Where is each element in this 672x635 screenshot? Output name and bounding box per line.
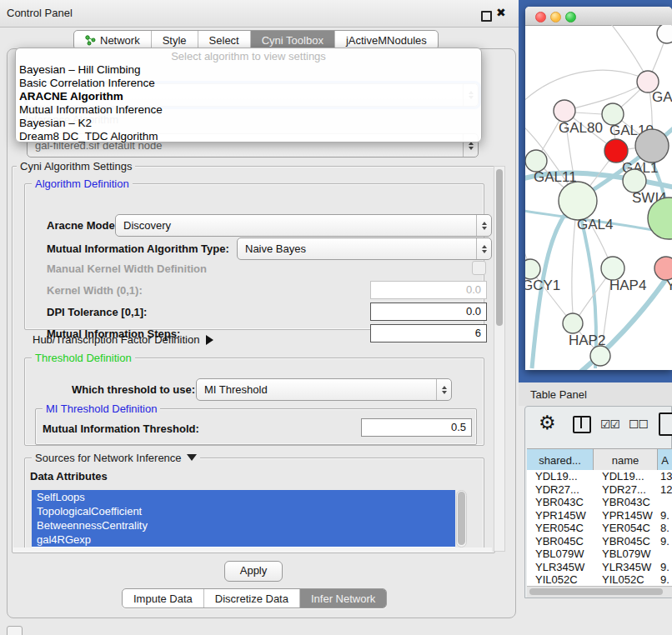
apply-button[interactable]: Apply [224,561,283,582]
algorithm-option[interactable]: Dream8 DC_TDC Algorithm [16,130,481,143]
table-row[interactable]: YBR045CYBR045C9. [527,535,672,548]
node-label: GCY1 [525,278,560,293]
tab-label: Discretize Data [215,592,288,605]
mi-algorithm-type-value: Naive Bayes [238,242,476,255]
zoom-traffic-light-icon[interactable] [565,12,576,22]
screen: { "colors": { "desktop_blue": "#3c64a9",… [0,0,672,635]
tab-label: Impute Data [133,592,193,605]
settings-scrollbar[interactable] [494,166,505,552]
deselect-all-columns-icon[interactable]: ☐☐ [629,418,648,431]
table-row[interactable]: YLR345WYLR345W9. [527,561,672,574]
aracne-mode-combobox[interactable]: Discovery [115,214,492,237]
network-node[interactable] [657,25,672,43]
data-attribute-item[interactable]: gal4RGexp [32,532,455,547]
mi-threshold-field[interactable]: 0.5 [361,418,472,437]
data-attribute-item[interactable]: SelfLoops [32,490,455,504]
network-node-gal80[interactable] [554,100,575,122]
table-settings-gear-icon[interactable]: ⚙ [539,412,556,434]
data-attributes-list: SelfLoopsTopologicalCoefficientBetweenne… [32,490,455,548]
table-cell: YBR045C [527,535,594,548]
table-row[interactable]: YBR043CYBR043C [527,496,672,509]
data-attributes-scrollbar[interactable] [456,490,467,548]
minimize-traffic-light-icon[interactable] [550,12,561,22]
algorithm-option[interactable]: Bayesian – Hill Climbing [16,63,481,77]
tab-cyni-toolbox[interactable]: Cyni Toolbox [251,31,335,49]
table-cell: YBR043C [594,496,658,508]
dpi-tolerance-field[interactable]: 0.0 [370,302,487,321]
table-cell: YLR345W [594,561,658,573]
algorithm-option[interactable]: Mutual Information Inference [16,103,481,117]
table-cell: YER054C [594,522,658,534]
table-row[interactable]: YIL052CYIL052C9. [527,573,672,586]
cyni-algorithm-settings-group: Cyni Algorithm Settings Algorithm Defini… [12,166,495,553]
manual-kernel-width-checkbox[interactable] [472,261,486,275]
network-node[interactable] [590,346,610,366]
table-cell: YBR045C [594,535,658,548]
network-node-gcy1[interactable] [525,259,540,279]
network-node[interactable] [635,129,669,162]
table-row[interactable]: YDL19...YDL19...13 [527,470,672,483]
algorithm-option[interactable]: ARACNE Algorithm [16,90,481,103]
network-canvas[interactable]: GALGAL80GAL10GAL1GAL11SWI4GAL4GCY1HAP4YH… [525,25,672,370]
settings-group-title: Cyni Algorithm Settings [17,160,135,172]
tab-impute-data[interactable]: Impute Data [123,589,204,608]
aracne-mode-label: Aracne Mode: [47,219,118,232]
table-cell: 9. [658,561,672,573]
tab-label: Network [100,34,140,47]
network-node-gal4[interactable] [559,182,597,220]
table-row[interactable]: YDR27...YDR27...12 [527,483,672,497]
export-table-icon[interactable] [659,412,672,436]
close-window-icon[interactable]: ✖ [496,6,506,19]
table-cell: 13 [658,470,672,482]
float-window-icon[interactable] [481,11,492,22]
tab-select[interactable]: Select [198,31,251,49]
table-horizontal-scrollbar[interactable] [527,586,672,598]
network-edge[interactable] [572,219,575,313]
table-cell: 9. [658,509,672,522]
mi-threshold-label: Mutual Information Threshold: [43,422,199,435]
kernel-width-field[interactable]: 0.0 [370,281,487,299]
network-window-titlebar[interactable] [525,7,672,26]
table-cell: 9. [658,573,672,586]
tab-discretize-data[interactable]: Discretize Data [204,589,300,608]
tab-style[interactable]: Style [152,31,198,49]
table-row[interactable]: YPR145WYPR145W9. [527,509,672,522]
tab-infer-network[interactable]: Infer Network [300,589,386,608]
column-header[interactable]: shared... [527,449,594,471]
network-node-y[interactable] [654,257,672,280]
data-attribute-item[interactable]: TopologicalCoefficient [32,504,455,518]
network-node-gal1[interactable] [604,139,628,162]
algorithm-popup-placeholder: Select algorithm to view settings [16,50,481,63]
table-panel: ⚙ ☑☑ ☐☐ shared...nameA YDL19...YDL19...1… [524,406,672,598]
network-icon [85,35,96,46]
table-cell: YER054C [527,522,594,534]
mi-algorithm-type-combobox[interactable]: Naive Bayes [237,238,492,260]
network-view-window[interactable]: GALGAL80GAL10GAL1GAL11SWI4GAL4GCY1HAP4YH… [525,7,672,370]
combo-stepper-icon [476,215,491,236]
algorithm-option[interactable]: Basic Correlation Inference [16,77,481,90]
hub-definition-expander[interactable]: Hub/Transcription Factor Definition [33,333,213,346]
algorithm-definition-group: Algorithm Definition Aracne Mode: Discov… [24,183,484,330]
network-edge[interactable] [609,25,648,80]
network-edge[interactable] [575,112,602,114]
table-row[interactable]: YBL079WYBL079W [527,548,672,561]
network-node-hap4[interactable] [601,257,624,280]
table-cell: YBL079W [594,548,658,560]
network-node-hap2[interactable] [563,313,583,333]
select-all-columns-icon[interactable]: ☑☑ [600,418,619,431]
node-label: GAL [652,89,672,105]
column-header[interactable]: name [594,449,658,471]
show-columns-icon[interactable] [573,416,591,433]
which-threshold-combobox[interactable]: MI Threshold [196,378,452,401]
node-label: GAL80 [559,120,603,136]
network-node-swi4[interactable] [623,169,646,192]
bottom-left-partial-icon[interactable] [7,626,23,635]
tab-jactivemnodules[interactable]: jActiveMNodules [335,31,438,49]
tab-network[interactable]: Network [74,31,152,49]
table-row[interactable]: YER054CYER054C8. [527,522,672,535]
algorithm-option[interactable]: Bayesian – K2 [16,117,481,130]
data-attribute-item[interactable]: BetweennessCentrality [32,518,455,532]
column-header[interactable]: A [658,449,672,471]
mi-steps-field[interactable]: 6 [370,324,487,342]
close-traffic-light-icon[interactable] [535,12,546,22]
